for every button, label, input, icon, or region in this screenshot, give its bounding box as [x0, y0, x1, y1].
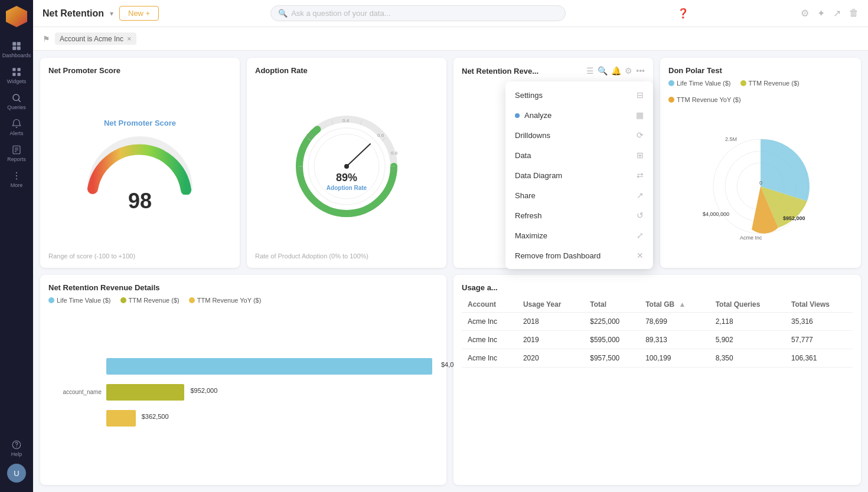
dropdown-analyze[interactable]: Analyze ▦: [505, 105, 653, 125]
avatar[interactable]: U: [5, 461, 28, 485]
bell-icon[interactable]: 🔔: [611, 66, 621, 76]
sidebar-item-help-label: Help: [11, 451, 22, 457]
dropdown-menu: Settings ⊟ Analyze ▦ Drilldowns ⟳ Data ⊞…: [505, 81, 653, 269]
dropdown-analyze-label: Analyze: [515, 111, 552, 120]
svg-text:0.4: 0.4: [342, 118, 350, 123]
svg-text:0.2: 0.2: [306, 133, 314, 138]
polar-legend: Life Time Value ($) TTM Revenue ($) TTM …: [668, 80, 853, 103]
adoption-footer: Rate of Product Adoption (0% to 100%): [255, 252, 438, 260]
svg-point-8: [13, 94, 19, 101]
dropdown-drilldowns[interactable]: Drilldowns ⟳: [505, 125, 653, 145]
hamburger-icon[interactable]: ☰: [586, 66, 594, 76]
share-icon[interactable]: ↗: [833, 8, 841, 19]
td-total-3: $957,500: [584, 349, 639, 368]
col-account: Account: [462, 297, 517, 313]
nps-title: Net Promoter Score: [48, 66, 231, 75]
td-year-2: 2019: [517, 331, 584, 349]
sidebar-item-reports[interactable]: Reports: [5, 142, 28, 165]
col-year: Usage Year: [517, 297, 584, 313]
search-icon: 🔍: [278, 9, 288, 18]
revenue-details-widget: Net Retention Revenue Details Life Time …: [40, 275, 446, 485]
svg-text:$4,000,000: $4,000,000: [703, 211, 729, 217]
col-gb: Total GB ▲: [639, 297, 709, 313]
revenue-widget-header: Net Retention Reve... ☰ 🔍 🔔 ⚙ •••: [462, 66, 645, 76]
dropdown-data-diagram-label: Data Diagram: [515, 171, 562, 180]
svg-text:2.5M: 2.5M: [725, 136, 737, 142]
svg-point-18: [16, 447, 17, 448]
dropdown-maximize[interactable]: Maximize ⤢: [505, 225, 653, 245]
dropdown-settings-label: Settings: [515, 91, 543, 100]
sidebar-item-alerts[interactable]: Alerts: [5, 116, 28, 139]
polar-legend-ttm-yoy: TTM Revenue YoY ($): [668, 96, 741, 103]
td-queries-3: 8,350: [710, 349, 785, 368]
help-circle-icon[interactable]: ❓: [677, 8, 689, 19]
td-views-2: 57,777: [785, 331, 853, 349]
svg-point-30: [344, 164, 349, 169]
svg-point-14: [16, 172, 17, 173]
page-title: Net Retention: [43, 8, 104, 19]
td-views-3: 106,361: [785, 349, 853, 368]
rdl-ltv: Life Time Value ($): [48, 297, 111, 304]
polar-legend-ltv: Life Time Value ($): [668, 80, 731, 87]
search-widget-icon[interactable]: 🔍: [598, 66, 608, 76]
svg-line-9: [18, 100, 20, 101]
sidebar-item-more[interactable]: More: [5, 168, 28, 191]
svg-point-16: [16, 178, 17, 179]
svg-rect-5: [18, 68, 21, 71]
maximize-icon: ⤢: [637, 231, 644, 240]
settings-icon[interactable]: ⚙: [801, 8, 809, 19]
adoption-title: Adoption Rate: [255, 66, 438, 75]
settings-widget-icon[interactable]: ⚙: [625, 66, 632, 76]
close-menu-icon: ✕: [637, 251, 644, 260]
bar-chart: $4,000,000 account_name $952,000: [48, 307, 438, 477]
dropdown-share[interactable]: Share ↗: [505, 185, 653, 205]
dropdown-share-label: Share: [515, 191, 536, 200]
dropdown-data-diagram[interactable]: Data Diagram ⇄: [505, 165, 653, 185]
polar-legend-ttm-yoy-label: TTM Revenue YoY ($): [677, 96, 741, 103]
td-queries-2: 5,902: [710, 331, 785, 349]
new-button[interactable]: New +: [119, 6, 159, 21]
adoption-gauge: 0 1 0.4 0.2 0.6 0.8 89% Adoption Rate: [255, 80, 438, 252]
more-icon[interactable]: •••: [636, 66, 645, 76]
logo-icon[interactable]: [6, 6, 27, 27]
bar-1: [106, 358, 432, 375]
sidebar-item-help[interactable]: Help: [5, 437, 28, 460]
svg-rect-6: [12, 73, 15, 76]
drilldown-icon: ⟳: [637, 130, 644, 140]
diagram-icon: ⇄: [637, 170, 644, 180]
polar-widget: Don Polar Test Life Time Value ($) TTM R…: [660, 58, 861, 268]
bar-container-1: $4,000,000: [106, 358, 432, 375]
sidebar-item-widgets[interactable]: Widgets: [5, 64, 28, 87]
polar-chart-svg: 2.5M 0 $952,000 $4,000,000 Acme Inc: [696, 124, 825, 242]
dropdown-remove[interactable]: Remove from Dashboard ✕: [505, 245, 653, 265]
sort-icon[interactable]: ▲: [679, 300, 686, 309]
bar-container-2: $952,000: [106, 384, 432, 401]
filter-chip-close-icon[interactable]: ×: [127, 34, 132, 43]
td-queries-1: 2,118: [710, 313, 785, 331]
svg-text:89%: 89%: [336, 172, 357, 183]
search-bar[interactable]: 🔍 Ask a question of your data...: [270, 5, 566, 21]
share-menu-icon: ↗: [637, 191, 644, 200]
dropdown-refresh[interactable]: Refresh ↺: [505, 205, 653, 225]
svg-rect-2: [12, 47, 16, 50]
nps-footer: Range of score (-100 to +100): [48, 252, 231, 260]
table-row: Acme Inc 2018 $225,000 78,699 2,118 35,3…: [462, 313, 853, 331]
polar-legend-ttm: TTM Revenue ($): [740, 80, 800, 87]
polar-chart: 2.5M 0 $952,000 $4,000,000 Acme Inc: [668, 107, 853, 260]
title-chevron-icon[interactable]: ▾: [110, 9, 113, 18]
bar-row-2: account_name $952,000: [54, 384, 432, 401]
trash-icon[interactable]: 🗑: [849, 8, 859, 19]
sidebar-item-queries[interactable]: Queries: [5, 90, 28, 113]
magic-icon[interactable]: ✦: [817, 8, 825, 19]
revenue-widget: Net Retention Reve... ☰ 🔍 🔔 ⚙ ••• Revenu…: [453, 58, 653, 268]
dropdown-data[interactable]: Data ⊞: [505, 145, 653, 165]
dropdown-settings[interactable]: Settings ⊟: [505, 85, 653, 105]
table-row: Acme Inc 2019 $595,000 89,313 5,902 57,7…: [462, 331, 853, 349]
td-year-3: 2020: [517, 349, 584, 368]
usage-title: Usage a...: [462, 283, 853, 292]
sidebar-item-dashboards[interactable]: Dashboards: [5, 38, 28, 61]
svg-text:0: 0: [298, 167, 301, 172]
filter-chip-account[interactable]: Account is Acme Inc ×: [55, 32, 136, 45]
rdl-ltv-label: Life Time Value ($): [57, 297, 111, 304]
usage-widget: Usage a... Account Usage Year Total Tota…: [453, 275, 861, 485]
